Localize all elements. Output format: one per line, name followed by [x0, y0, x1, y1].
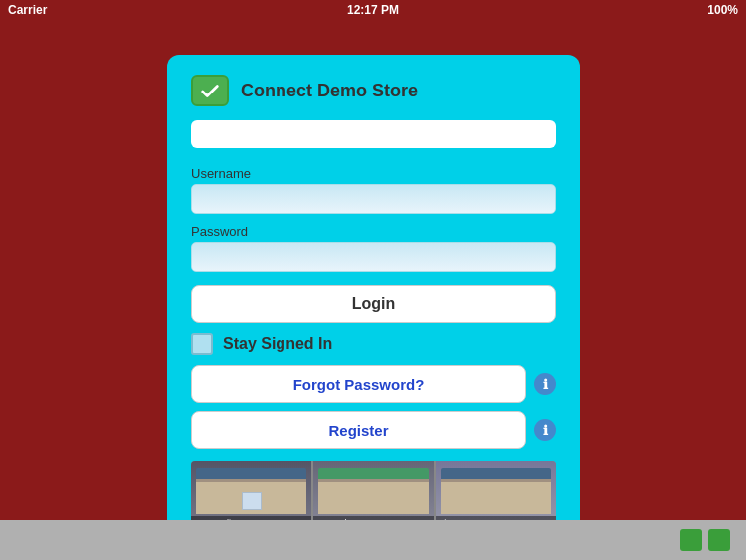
- register-info-icon[interactable]: ℹ: [534, 419, 556, 441]
- status-bar: Carrier 12:17 PM 100%: [0, 0, 746, 20]
- stay-signed-checkbox[interactable]: [191, 333, 213, 355]
- forgot-info-icon[interactable]: ℹ: [534, 373, 556, 395]
- bottom-bar: [0, 520, 746, 560]
- carrier-text: Carrier: [8, 3, 47, 17]
- green-square-2: [708, 529, 730, 551]
- white-bar: [191, 120, 556, 148]
- forgot-password-button[interactable]: Forgot Password?: [191, 365, 526, 403]
- login-button[interactable]: Login: [191, 285, 556, 323]
- password-label: Password: [191, 224, 556, 239]
- time-text: 12:17 PM: [347, 3, 399, 17]
- check-icon: [191, 75, 229, 106]
- stay-signed-row: Stay Signed In: [191, 333, 556, 355]
- register-row: Register ℹ: [191, 411, 556, 449]
- card-title: Connect Demo Store: [241, 81, 418, 101]
- card-header: Connect Demo Store: [191, 75, 556, 106]
- login-card: Connect Demo Store Username Password Log…: [167, 55, 580, 560]
- username-label: Username: [191, 166, 556, 181]
- green-square-1: [680, 529, 702, 551]
- register-button[interactable]: Register: [191, 411, 526, 449]
- username-input[interactable]: [191, 184, 556, 214]
- stay-signed-label: Stay Signed In: [223, 335, 332, 353]
- battery-text: 100%: [707, 3, 738, 17]
- password-input[interactable]: [191, 242, 556, 272]
- forgot-password-row: Forgot Password? ℹ: [191, 365, 556, 403]
